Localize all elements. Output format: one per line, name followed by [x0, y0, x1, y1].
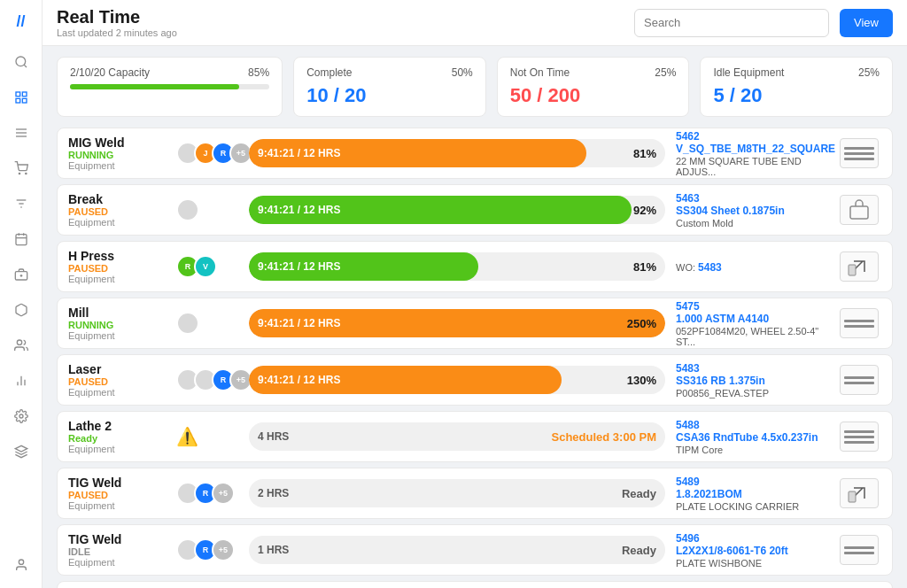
- svg-point-27: [19, 560, 23, 564]
- main-content: Real Time Last updated 2 minutes ago Vie…: [43, 0, 907, 588]
- equip-bar-area: 2 HRS Ready: [249, 479, 665, 507]
- equip-wo: WO: 5483: [676, 260, 826, 274]
- sidebar-item-dashboard[interactable]: [5, 81, 37, 113]
- wo-link[interactable]: CSA36 RndTube 4.5x0.237in: [676, 431, 826, 444]
- view-button[interactable]: View: [840, 9, 893, 37]
- bar-bg: 1 HRS Ready: [249, 536, 665, 564]
- sidebar-item-settings[interactable]: [5, 400, 37, 432]
- equip-bar-area: 9:41:21 / 12 HRS 250%: [249, 309, 665, 337]
- complete-label: Complete: [306, 66, 352, 79]
- sidebar-item-plane[interactable]: [5, 294, 37, 326]
- equipment-row: TIG Weld PAUSED Equipment R+5 2 HRS Read…: [57, 468, 893, 519]
- bar-text: 2 HRS: [258, 487, 289, 499]
- sidebar-item-user[interactable]: [5, 549, 37, 581]
- bar-pct: 130%: [627, 374, 656, 387]
- thumb-line: [844, 436, 874, 438]
- wo-desc: PLATE WISHBONE: [676, 558, 826, 569]
- sidebar-item-search[interactable]: [5, 46, 37, 78]
- bar-bg: 4 HRS Scheduled 3:00 PM: [249, 422, 665, 451]
- complete-value: 10 / 20: [306, 84, 473, 107]
- bar-bg: 9:41:21 / 12 HRS 130%: [249, 366, 665, 394]
- equip-info: Laser PAUSED Equipment: [68, 362, 166, 398]
- thumb-line: [844, 382, 874, 384]
- title-block: Real Time Last updated 2 minutes ago: [57, 7, 624, 38]
- thumb-lines: [841, 143, 878, 164]
- sidebar-item-list[interactable]: [5, 117, 37, 149]
- idle-label: Idle Equipment: [713, 66, 784, 79]
- avatar: V: [194, 255, 217, 278]
- equip-bar-area: 1 HRS Ready: [249, 536, 665, 564]
- wo-link[interactable]: SS316 RB 1.375in: [676, 375, 826, 387]
- bar-bg: 9:41:21 / 12 HRS 81%: [249, 252, 665, 281]
- sidebar-item-machine[interactable]: [5, 259, 37, 290]
- equip-type: Equipment: [68, 330, 166, 341]
- equipment-row: Lathe 2 Ready Equipment ⚠️ 4 HRS Schedul…: [57, 411, 893, 462]
- equipment-row: TIG Weld IDLE Equipment R 1 HRS Ready 55…: [57, 581, 893, 588]
- svg-rect-14: [16, 235, 27, 245]
- thumb-line: [844, 147, 874, 150]
- equip-status: Ready: [68, 433, 166, 444]
- bar-container: 4 HRS Scheduled 3:00 PM: [249, 422, 665, 451]
- avatar: +5: [212, 538, 235, 561]
- wo-number[interactable]: 5483: [698, 261, 722, 274]
- sidebar-item-calendar[interactable]: [5, 223, 37, 255]
- wo-desc: Custom Mold: [676, 218, 826, 228]
- equip-type: Equipment: [68, 500, 166, 511]
- sidebar-item-filter[interactable]: [5, 188, 37, 220]
- wo-link[interactable]: 1.000 ASTM A4140: [676, 313, 826, 325]
- equipment-row: H Press PAUSED Equipment RV 9:41:21 / 12…: [57, 241, 893, 292]
- equip-info: H Press PAUSED Equipment: [68, 249, 166, 284]
- wo-number[interactable]: 5463: [676, 192, 826, 205]
- equip-name: TIG Weld: [68, 476, 166, 490]
- equip-type: Equipment: [68, 160, 166, 171]
- thumb-box: [840, 138, 879, 168]
- svg-line-1: [24, 65, 27, 67]
- equip-name: Mill: [68, 306, 166, 320]
- equip-type: Equipment: [68, 217, 166, 228]
- idle-value: 5 / 20: [713, 84, 880, 107]
- thumb-line: [844, 376, 874, 379]
- bar-bg: 9:41:21 / 12 HRS 81%: [249, 139, 665, 167]
- bar-pct: 81%: [633, 260, 656, 274]
- wo-link[interactable]: SS304 Sheet 0.1875in: [676, 205, 826, 217]
- svg-rect-5: [22, 98, 27, 103]
- equip-type: Equipment: [68, 557, 166, 568]
- page-subtitle: Last updated 2 minutes ago: [57, 27, 624, 38]
- equip-avatars: ⚠️: [176, 426, 238, 447]
- equip-thumb: [837, 138, 881, 168]
- search-input[interactable]: [634, 9, 829, 37]
- stat-complete: Complete 50% 10 / 20: [293, 57, 486, 117]
- wo-number[interactable]: 5462: [676, 130, 826, 143]
- thumb-box: [840, 422, 879, 452]
- wo-link[interactable]: L2X2X1/8-6061-T6 20ft: [676, 545, 826, 557]
- svg-rect-28: [850, 206, 868, 219]
- stat-capacity: 2/10/20 Capacity 85%: [57, 57, 283, 117]
- bar-ready-text: Ready: [622, 487, 656, 500]
- equip-thumb: [837, 308, 881, 338]
- equip-status: PAUSED: [68, 490, 166, 500]
- bar-pct: 92%: [633, 204, 656, 217]
- thumb-box: [840, 535, 879, 565]
- sidebar-item-layers[interactable]: [5, 436, 37, 468]
- wo-desc: PLATE LOCKING CARRIER: [676, 501, 826, 512]
- sidebar-item-people[interactable]: [5, 329, 37, 361]
- wo-number[interactable]: 5488: [676, 419, 826, 431]
- wo-number[interactable]: 5483: [676, 362, 826, 375]
- wo-link[interactable]: V_SQ_TBE_M8TH_22_SQUARE: [676, 143, 826, 155]
- equip-info: Lathe 2 Ready Equipment: [68, 419, 166, 454]
- equip-avatars: [176, 312, 238, 335]
- wo-number[interactable]: 5496: [676, 532, 826, 545]
- stat-idle: Idle Equipment 25% 5 / 20: [700, 57, 893, 117]
- equip-name: Laser: [68, 362, 166, 376]
- wo-desc: 22 MM SQUARE TUBE END ADJUS...: [676, 156, 826, 177]
- wo-number[interactable]: 5475: [676, 300, 826, 313]
- svg-point-21: [17, 340, 21, 344]
- thumb-box: [840, 478, 879, 508]
- thumb-box: [840, 251, 879, 282]
- svg-point-0: [16, 57, 26, 66]
- sidebar-item-cart[interactable]: [5, 152, 37, 184]
- capacity-label: 2/10/20 Capacity: [70, 66, 150, 79]
- wo-number[interactable]: 5489: [676, 476, 826, 488]
- sidebar-item-chart[interactable]: [5, 365, 37, 397]
- wo-link[interactable]: 1.8.2021BOM: [676, 488, 826, 500]
